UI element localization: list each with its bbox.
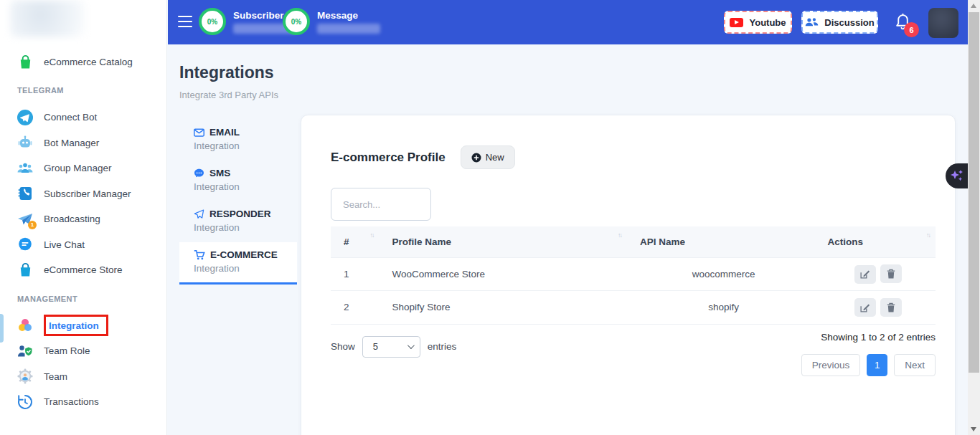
- discussion-button[interactable]: Discussion: [801, 11, 878, 34]
- page-1-button[interactable]: 1: [867, 354, 887, 376]
- profiles-table: # ↑↓ Profile Name ↑↓ API Name Actions: [331, 226, 936, 325]
- notification-bell[interactable]: 6: [895, 13, 919, 37]
- sidebar-item-label: Subscriber Manager: [44, 188, 131, 199]
- integration-circles-icon: [16, 316, 34, 335]
- tab-ecommerce-integration[interactable]: E-COMMERCE Integration: [179, 242, 297, 285]
- sidebar-item-group-manager[interactable]: Group Manager: [0, 156, 166, 181]
- sort-icon[interactable]: ↑↓: [618, 231, 621, 239]
- tab-label: EMAIL: [209, 127, 240, 138]
- column-header-num[interactable]: # ↑↓: [331, 226, 379, 257]
- tab-sublabel: Integration: [194, 181, 288, 192]
- sidebar-item-label: Transactions: [44, 396, 99, 407]
- hamburger-menu-icon[interactable]: [178, 16, 192, 27]
- message-stat: 0% Message: [283, 8, 380, 35]
- history-clock-icon: [16, 393, 34, 411]
- sidebar-item-broadcasting[interactable]: 1 Broadcasting: [0, 206, 166, 232]
- message-label: Message: [317, 10, 380, 21]
- column-header-profile-name[interactable]: Profile Name ↑↓: [379, 226, 627, 257]
- youtube-button-label: Youtube: [749, 17, 786, 28]
- app-logo: [10, 0, 86, 37]
- page-size-control: Show 5 entries: [331, 336, 456, 358]
- integration-tabs: EMAIL Integration SMS Integration: [179, 120, 297, 285]
- sidebar-item-label: Live Chat: [44, 239, 85, 250]
- sidebar-item-label: Integration: [49, 320, 99, 331]
- sidebar-item-subscriber-manager[interactable]: Subscriber Manager: [0, 181, 166, 207]
- envelope-icon: [194, 128, 204, 137]
- message-progress-ring: 0%: [283, 8, 310, 35]
- message-value-blurred: [317, 24, 380, 34]
- sort-icon[interactable]: ↑↓: [369, 231, 373, 239]
- column-label: Actions: [827, 236, 863, 247]
- tab-sms-integration[interactable]: SMS Integration: [179, 161, 297, 201]
- profile-name-cell: WooCommerce Store: [379, 257, 627, 291]
- user-avatar[interactable]: [928, 8, 958, 38]
- telegram-icon: [16, 108, 34, 127]
- robot-icon: [16, 133, 34, 152]
- delete-button[interactable]: [880, 298, 902, 317]
- scrollbar[interactable]: [968, 0, 980, 435]
- tab-responder-integration[interactable]: RESPONDER Integration: [179, 201, 297, 242]
- chat-bubble-icon: [16, 235, 34, 254]
- column-label: API Name: [640, 236, 685, 247]
- sidebar-item-label: eCommerce Store: [44, 264, 123, 275]
- sort-icon[interactable]: ↑↓: [926, 231, 930, 239]
- sidebar-item-label: Team: [44, 371, 67, 382]
- page-size-select[interactable]: 5: [362, 336, 420, 358]
- sidebar-item-team-role[interactable]: Team Role: [0, 338, 166, 364]
- table-row: 1 WooCommerce Store woocommerce: [331, 257, 936, 291]
- sidebar-item-bot-manager[interactable]: Bot Manager: [0, 130, 166, 156]
- sidebar-item-live-chat[interactable]: Live Chat: [0, 232, 166, 258]
- shopping-bag-blue-icon: [16, 261, 34, 279]
- tab-sublabel: Integration: [194, 263, 288, 274]
- sidebar-item-label: Connect Bot: [44, 112, 97, 123]
- search-input[interactable]: [331, 188, 431, 221]
- sms-bubble-icon: [194, 168, 204, 178]
- topbar: 0% Subscriber 0% Message Youtube D: [168, 0, 968, 44]
- delete-button[interactable]: [880, 264, 902, 283]
- new-button[interactable]: New: [461, 145, 515, 169]
- scrollbar-thumb[interactable]: [969, 12, 979, 373]
- row-number: 2: [331, 291, 379, 325]
- row-number: 1: [331, 257, 379, 291]
- paper-plane-icon: [194, 209, 204, 219]
- actions-cell: [814, 291, 936, 325]
- broadcast-badge: 1: [28, 221, 37, 229]
- column-header-actions[interactable]: Actions ↑↓: [814, 226, 936, 257]
- tab-label: E-COMMERCE: [210, 249, 278, 260]
- sidebar-section-telegram: TELEGRAM: [17, 86, 166, 95]
- person-shield-icon: [16, 342, 34, 360]
- shopping-bag-green-icon: [16, 52, 34, 71]
- actions-cell: [814, 257, 936, 291]
- ai-assistant-button[interactable]: [946, 163, 968, 188]
- cart-icon: [194, 250, 205, 260]
- tab-label: RESPONDER: [209, 209, 271, 219]
- scrollbar-down-arrow[interactable]: [971, 427, 976, 431]
- subscriber-progress-ring: 0%: [199, 8, 226, 35]
- sparkles-icon: [949, 168, 965, 185]
- tab-email-integration[interactable]: EMAIL Integration: [179, 120, 297, 160]
- sidebar-item-ecommerce-store[interactable]: eCommerce Store: [0, 257, 166, 283]
- entries-summary: Showing 1 to 2 of 2 entries: [821, 332, 936, 343]
- column-header-api-name[interactable]: API Name: [627, 226, 814, 257]
- api-name-cell: woocommerce: [627, 257, 814, 291]
- sidebar-item-ecommerce-catalog[interactable]: eCommerce Catalog: [0, 49, 166, 75]
- table-header-row: # ↑↓ Profile Name ↑↓ API Name Actions: [331, 226, 936, 257]
- youtube-button[interactable]: Youtube: [724, 11, 792, 34]
- next-page-button[interactable]: Next: [894, 354, 936, 376]
- app-window: eCommerce Catalog TELEGRAM Connect Bot B…: [0, 0, 980, 435]
- sidebar-item-team[interactable]: Team: [0, 364, 166, 390]
- column-label: Profile Name: [392, 236, 451, 247]
- previous-page-button[interactable]: Previous: [801, 354, 861, 376]
- sidebar-item-connect-bot[interactable]: Connect Bot: [0, 105, 166, 130]
- card-title: E-commerce Profile: [331, 150, 446, 165]
- edit-button[interactable]: [854, 265, 876, 284]
- notification-count-badge: 6: [904, 22, 919, 37]
- page-title: Integrations: [179, 63, 274, 82]
- api-name-cell: shopify: [627, 291, 814, 325]
- scrollbar-up-arrow[interactable]: [971, 4, 976, 8]
- profile-name-cell: Shopify Store: [379, 291, 627, 325]
- sidebar-item-label: Broadcasting: [44, 214, 100, 224]
- sidebar-item-integration[interactable]: Integration: [0, 313, 166, 339]
- sidebar-item-transactions[interactable]: Transactions: [0, 389, 166, 415]
- edit-button[interactable]: [854, 298, 876, 317]
